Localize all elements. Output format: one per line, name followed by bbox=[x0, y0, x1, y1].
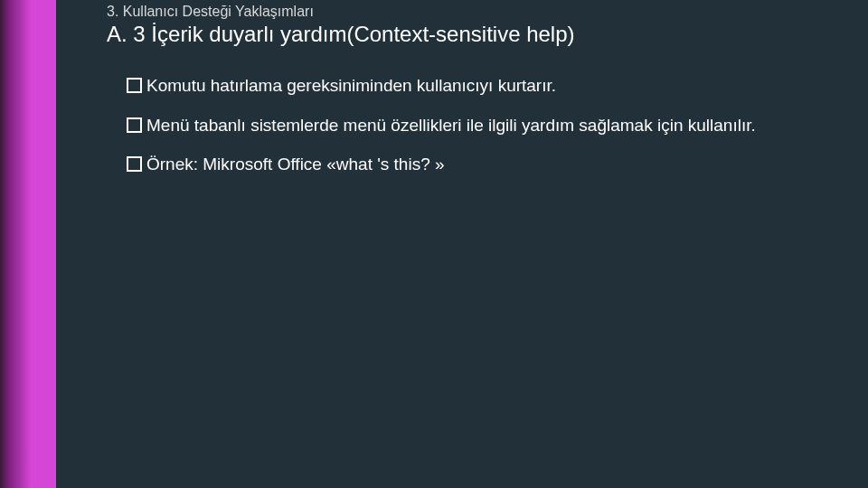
slide-content: 3. Kullanıcı Desteği Yaklaşımları A. 3 İ… bbox=[107, 4, 832, 192]
breadcrumb: 3. Kullanıcı Desteği Yaklaşımları bbox=[107, 4, 832, 20]
list-item: Komutu hatırlama gereksiniminden kullanı… bbox=[127, 74, 832, 98]
list-item: Menü tabanlı sistemlerde menü özellikler… bbox=[127, 114, 832, 137]
page-title: A. 3 İçerik duyarlı yardım(Context-sensi… bbox=[107, 22, 832, 47]
list-item: Örnek: Mikrosoft Office «what 's this? » bbox=[127, 153, 832, 176]
bullet-list: Komutu hatırlama gereksiniminden kullanı… bbox=[127, 74, 832, 176]
accent-bar bbox=[0, 0, 56, 488]
